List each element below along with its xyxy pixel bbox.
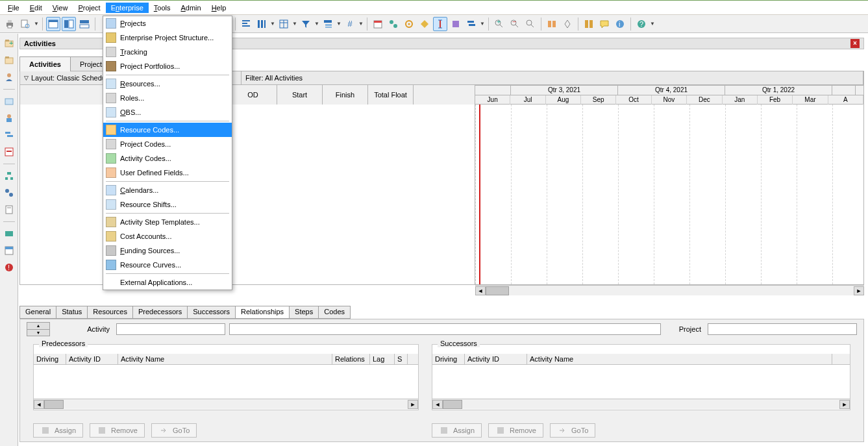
succ-assign-button[interactable]: Assign [432,423,482,438]
sb-expenses-icon[interactable] [2,227,16,241]
scroll-left-icon[interactable]: ◄ [432,400,443,409]
succ-remove-button[interactable]: Remove [488,423,543,438]
dropdown-caret-icon[interactable]: ▼ [480,21,485,27]
menu-item-activity-step-templates-[interactable]: Activity Step Templates... [103,215,232,229]
rel-col-header[interactable]: Driving [34,354,66,364]
rel-col-header[interactable]: Lag [370,354,395,364]
dropdown-caret-icon[interactable]: ▼ [292,21,297,27]
diamond-icon[interactable] [560,17,575,31]
detail-tab-codes[interactable]: Codes [318,306,351,319]
menu-item-resource-codes-[interactable]: Resource Codes... [103,123,232,137]
zoom-in-icon[interactable]: + [492,17,506,31]
layout-toggle-1-icon[interactable] [46,17,60,31]
rel-col-header[interactable]: Driving [432,354,465,364]
menu-item-enterprise-project-structure-[interactable]: Enterprise Project Structure... [103,31,232,45]
spotlight-icon[interactable] [449,17,463,31]
pred-goto-button[interactable]: GoTo [151,423,197,438]
print-icon[interactable] [3,17,17,31]
sb-open-icon[interactable] [2,94,16,108]
group-icon[interactable] [321,17,335,31]
menu-item-obs-[interactable]: OBS... [103,105,232,119]
menu-enterprise[interactable]: Enterprise [106,3,149,13]
sb-folder-icon[interactable] [2,53,16,68]
menu-item-roles-[interactable]: Roles... [103,91,232,105]
link-icon[interactable] [402,17,416,31]
zoom-fit-icon[interactable] [523,17,538,31]
col-header[interactable]: Start [277,85,323,105]
sb-issues-icon[interactable]: ! [2,260,16,275]
bars-icon[interactable] [464,17,478,31]
layout-toggle-3-icon[interactable] [77,17,92,31]
detail-tab-steps[interactable]: Steps [289,306,319,319]
menu-item-activity-codes-[interactable]: Activity Codes... [103,151,232,166]
align-left-icon[interactable] [239,17,253,31]
pred-assign-button[interactable]: Assign [33,423,83,438]
menu-item-calendars-[interactable]: Calendars... [103,183,232,197]
progress-line-icon[interactable] [433,17,447,31]
info-icon[interactable]: i [613,17,627,31]
scroll-right-icon[interactable]: ► [408,400,418,409]
split-icon[interactable] [545,17,559,31]
rel-col-header[interactable]: Activity Name [527,354,832,364]
panels-icon[interactable] [582,17,596,31]
sb-assign-icon[interactable] [2,186,16,200]
sb-projects-icon[interactable]: + [2,36,16,51]
menu-item-user-defined-fields-[interactable]: User Defined Fields... [103,166,232,180]
menu-help[interactable]: Help [206,3,232,13]
menu-item-resources-[interactable]: Resources... [103,77,232,91]
menu-view[interactable]: View [47,3,73,13]
comment-icon[interactable] [597,17,612,31]
tab-activities[interactable]: Activities [19,56,71,71]
level-icon[interactable] [386,17,401,31]
menu-admin[interactable]: Admin [175,3,206,13]
layout-toggle-2-icon[interactable] [62,17,76,31]
sb-activities-icon[interactable] [2,128,16,142]
project-field[interactable] [708,323,857,335]
detail-tab-general[interactable]: General [19,306,56,319]
pred-remove-button[interactable]: Remove [90,423,145,438]
columns-icon[interactable] [254,17,269,31]
activity-id-field[interactable] [116,323,225,335]
sb-wp-icon[interactable] [2,203,16,217]
menu-file[interactable]: File [3,3,25,13]
successors-list[interactable] [432,365,850,399]
menu-item-project-portfolios-[interactable]: Project Portfolios... [103,59,232,73]
sb-wbs-icon[interactable] [2,169,16,183]
col-header[interactable]: OD [229,85,277,105]
hash-icon[interactable]: # [343,17,357,31]
dropdown-caret-icon[interactable]: ▼ [270,21,275,27]
menu-edit[interactable]: Edit [25,3,47,13]
menu-item-external-applications-[interactable]: External Applications... [103,275,232,290]
col-header[interactable]: Finish [323,85,368,105]
print-preview-icon[interactable] [18,17,32,31]
col-header[interactable]: Total Float [368,85,414,105]
dropdown-caret-icon[interactable]: ▼ [314,21,319,27]
menu-item-projects[interactable]: Projects [103,16,232,31]
scroll-left-icon[interactable]: ◄ [475,286,486,295]
activity-name-field[interactable] [229,323,661,335]
detail-tab-relationships[interactable]: Relationships [235,306,290,319]
menu-tools[interactable]: Tools [149,3,176,13]
menu-item-tracking[interactable]: Tracking [103,45,232,59]
menu-item-cost-accounts-[interactable]: Cost Accounts... [103,229,232,243]
menu-project[interactable]: Project [73,3,105,13]
menu-item-project-codes-[interactable]: Project Codes... [103,137,232,151]
rel-col-header[interactable]: Activity ID [465,354,527,364]
schedule-icon[interactable] [371,17,385,31]
pane-close-icon[interactable]: × [850,39,860,48]
menu-item-resource-shifts-[interactable]: Resource Shifts... [103,197,232,212]
rel-col-header[interactable]: Activity ID [66,354,118,364]
sb-resource-icon[interactable] [2,111,16,125]
scroll-left-icon[interactable]: ◄ [34,400,44,409]
scroll-right-icon[interactable]: ► [854,286,864,295]
zoom-out-icon[interactable]: − [508,17,522,31]
row-stepper[interactable]: ▲▼ [27,322,50,336]
dropdown-caret-icon[interactable]: ▼ [34,21,39,27]
detail-tab-resources[interactable]: Resources [87,306,133,319]
detail-tab-predecessors[interactable]: Predecessors [132,306,188,319]
rel-col-header[interactable]: Activity Name [118,354,332,364]
scroll-right-icon[interactable]: ► [839,400,850,409]
table-icon[interactable] [277,17,291,31]
dropdown-caret-icon[interactable]: ▼ [358,21,364,27]
succ-goto-button[interactable]: GoTo [550,423,595,438]
